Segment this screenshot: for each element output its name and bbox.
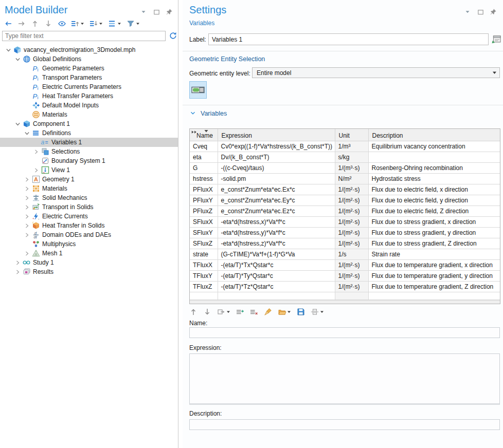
cell-description[interactable]: Flux due to electric field, y direction (368, 195, 500, 206)
tree-item-heat-transfer-in-solids[interactable]: Heat Transfer in Solids (0, 221, 178, 230)
cell-description[interactable]: Flux due to temperature gradient, x dire… (368, 259, 500, 270)
cell-name[interactable]: TFluxX (190, 259, 218, 270)
name-input[interactable] (189, 327, 500, 338)
expression-textarea[interactable] (189, 353, 500, 405)
cell-description[interactable]: Equilibrium vacancy concentration (368, 141, 500, 152)
cell-name[interactable]: TFluxZ (190, 281, 218, 292)
move-to-button[interactable] (216, 307, 231, 316)
description-input[interactable] (189, 419, 500, 430)
cell-unit[interactable]: 1/s (335, 249, 368, 259)
cell-expression[interactable]: -(eta/T)*Tz*Qstar*c (218, 281, 335, 292)
panel-menu-chevron-icon[interactable] (140, 8, 148, 16)
geometric-entity-level-select[interactable]: Entire model (252, 67, 500, 78)
tree-item-multiphysics[interactable]: Multiphysics (0, 239, 178, 249)
cell-unit[interactable]: 1/(m²·s) (335, 184, 368, 195)
tree-item-materials[interactable]: Materials (0, 184, 178, 193)
section-variables-header[interactable]: Variables (189, 109, 227, 118)
cell-expression[interactable]: -(eta/T)*Ty*Qstar*c (218, 270, 335, 281)
cell-name[interactable]: TFluxY (190, 270, 218, 281)
go-forward-button[interactable] (16, 19, 27, 28)
panel-menu-chevron-icon[interactable] (464, 8, 472, 16)
tree-item-heat-transfer-parameters[interactable]: PiHeat Transfer Parameters (0, 91, 178, 101)
chevron-right-icon[interactable] (23, 212, 31, 220)
cell-expression[interactable]: (G-cTIME)*Va*f+(1-f)*G*Va (218, 249, 335, 259)
column-header-unit[interactable]: Unit (335, 129, 368, 141)
cell-description[interactable]: Flux due to electric field, Z direction (368, 206, 500, 216)
breadcrumb[interactable]: Variables (189, 20, 214, 27)
tree-item-variables-1[interactable]: a=Variables 1 (0, 138, 178, 147)
cell-description[interactable]: Flux due to stress gradient, Z direction (368, 238, 500, 249)
filter-nodes-button[interactable] (125, 19, 141, 28)
chevron-right-icon[interactable] (23, 194, 31, 202)
move-up-button[interactable] (30, 19, 40, 28)
chevron-right-icon[interactable] (23, 184, 31, 193)
cell-expression[interactable]: -((c-Cveq)/taus) (218, 162, 335, 173)
tree-item-electric-currents[interactable]: +-Electric Currents (0, 212, 178, 221)
move-down-button[interactable] (43, 19, 53, 28)
cell-expression[interactable]: Dv/(k_B_const*T) (218, 152, 335, 162)
tree-item-electric-currents-parameters[interactable]: PiElectric Currents Parameters (0, 82, 178, 91)
chevron-right-icon[interactable] (32, 147, 41, 156)
filter-input[interactable] (2, 31, 166, 41)
tree-item-vacancy-electromigration-3dmodel-mph[interactable]: vacancy_electromigration_3Dmodel.mph (0, 45, 178, 54)
add-row-button[interactable] (235, 307, 245, 316)
cell-name[interactable]: hstress (190, 173, 218, 184)
tree-item-transport-in-solids[interactable]: Transport in Solids (0, 202, 178, 212)
tree-item-definitions[interactable]: Definitions (0, 128, 178, 138)
cell-expression[interactable]: e_const*Znum*eta*ec.Ex*c (218, 184, 335, 195)
cell-expression[interactable]: -(eta/T)*Tx*Qstar*c (218, 259, 335, 270)
cell-name[interactable]: SFluxX (190, 216, 218, 227)
chevron-down-icon[interactable] (23, 129, 31, 137)
cell-expression[interactable]: e_const*Znum*eta*ec.Ey*c (218, 195, 335, 206)
cell-description[interactable]: Flux due to temperature gradient, Z dire… (368, 281, 500, 292)
row-move-up-button[interactable] (188, 307, 199, 316)
tree-item-global-definitions[interactable]: Global Definitions (0, 54, 178, 64)
cell-expression[interactable]: -eta*d(hstress,y)*Va*f*c (218, 227, 335, 238)
cell-description[interactable]: Flux due to temperature gradient, y dire… (368, 270, 500, 281)
tree-item-selections[interactable]: Selections (0, 147, 178, 156)
chevron-right-icon[interactable] (13, 258, 22, 267)
float-window-icon[interactable] (153, 8, 161, 16)
cell-name[interactable]: SFluxY (190, 227, 218, 238)
active-toggle-button[interactable] (189, 81, 207, 99)
section-geometric-entity-selection[interactable]: Geometric Entity Selection (189, 55, 265, 63)
row-move-down-button[interactable] (202, 307, 212, 316)
cell-name[interactable]: Cveq (190, 141, 218, 152)
tree-item-geometric-parameters[interactable]: PiGeometric Parameters (0, 64, 178, 73)
tree-item-boundary-system-1[interactable]: Boundary System 1 (0, 156, 178, 165)
cell-description[interactable]: Flux due to electric field, x direction (368, 184, 500, 195)
cell-unit[interactable]: 1/(m²·s) (335, 259, 368, 270)
cell-name[interactable]: PFluxZ (190, 206, 218, 216)
expand-all-button[interactable] (88, 19, 104, 28)
tree-item-geometry-1[interactable]: AGeometry 1 (0, 175, 178, 184)
column-width-button[interactable] (310, 307, 325, 316)
cell-unit[interactable]: 1/(m²·s) (335, 238, 368, 249)
chevron-right-icon[interactable] (13, 268, 22, 276)
cell-unit[interactable]: 1/(m³·s) (335, 162, 368, 173)
clear-table-button[interactable] (263, 307, 273, 316)
save-to-file-button[interactable] (296, 307, 306, 316)
cell-expression[interactable]: Cv0*exp((1-f)*Va*hstress/(k_B_const*T)) (218, 141, 335, 152)
column-header-name[interactable]: Name (190, 129, 218, 141)
cell-unit[interactable]: N/m² (335, 173, 368, 184)
label-input[interactable] (208, 33, 489, 45)
cell-name[interactable]: eta (190, 152, 218, 162)
cell-expression[interactable]: -eta*d(hstress,x)*Va*f*c (218, 216, 335, 227)
cell-description[interactable] (368, 292, 500, 300)
pin-icon[interactable] (166, 8, 174, 16)
tree-item-default-model-inputs[interactable]: Default Model Inputs (0, 101, 178, 110)
table-horizontal-scrollbar[interactable] (190, 300, 500, 304)
show-button[interactable] (57, 19, 67, 28)
cell-unit[interactable]: 1/(m²·s) (335, 270, 368, 281)
cell-description[interactable]: Rosenberg-Ohring recombination (368, 162, 500, 173)
go-back-button[interactable] (3, 19, 13, 28)
tree-item-mesh-1[interactable]: Mesh 1 (0, 249, 178, 258)
tree-item-materials[interactable]: Materials (0, 110, 178, 119)
cell-name[interactable]: PFluxX (190, 184, 218, 195)
chevron-right-icon[interactable] (23, 175, 31, 183)
rename-button[interactable] (491, 33, 502, 45)
cell-expression[interactable]: e_const*Znum*eta*ec.Ez*c (218, 206, 335, 216)
delete-row-button[interactable] (249, 307, 259, 316)
tree-item-domain-odes-and-daes[interactable]: ddtDomain ODEs and DAEs (0, 230, 178, 239)
collapse-all-button[interactable] (70, 19, 85, 28)
